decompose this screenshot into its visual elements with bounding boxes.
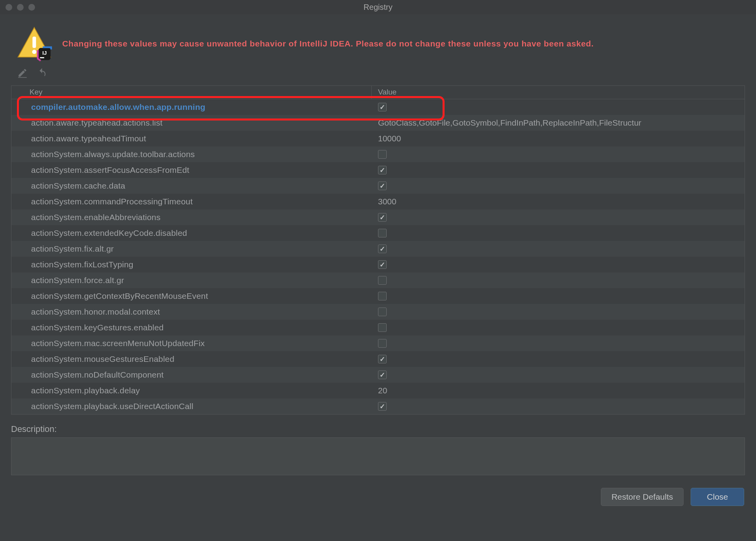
svg-point-2 — [32, 50, 37, 54]
checkbox[interactable] — [378, 276, 387, 285]
registry-key: actionSystem.getContextByRecentMouseEven… — [11, 291, 372, 301]
registry-value[interactable] — [372, 213, 745, 222]
registry-value[interactable]: GotoClass,GotoFile,GotoSymbol,FindInPath… — [372, 118, 745, 128]
restore-defaults-button[interactable]: Restore Defaults — [601, 488, 684, 506]
registry-key: actionSystem.assertFocusAccessFromEdt — [11, 165, 372, 175]
registry-value[interactable] — [372, 276, 745, 285]
table-row[interactable]: actionSystem.getContextByRecentMouseEven… — [11, 288, 745, 304]
checkbox[interactable] — [378, 229, 387, 237]
registry-key: compiler.automake.allow.when.app.running — [11, 102, 372, 112]
registry-key: actionSystem.cache.data — [11, 181, 372, 191]
dialog-footer: Restore Defaults Close — [0, 475, 756, 506]
registry-key: actionSystem.enableAbbreviations — [11, 213, 372, 222]
table-row[interactable]: actionSystem.fix.alt.gr — [11, 241, 745, 257]
minimize-window-button[interactable] — [17, 4, 24, 11]
checkbox[interactable] — [378, 103, 387, 111]
registry-key: actionSystem.mac.screenMenuNotUpdatedFix — [11, 339, 372, 348]
registry-value[interactable]: 10000 — [372, 134, 745, 143]
registry-value[interactable]: 3000 — [372, 197, 745, 206]
table-row[interactable]: actionSystem.enableAbbreviations — [11, 209, 745, 225]
table-header: Key Value — [11, 86, 745, 99]
registry-table: Key Value compiler.automake.allow.when.a… — [11, 85, 745, 415]
table-row[interactable]: actionSystem.mouseGesturesEnabled — [11, 351, 745, 367]
table-row[interactable]: actionSystem.noDefaultComponent — [11, 367, 745, 383]
table-body: compiler.automake.allow.when.app.running… — [11, 99, 745, 414]
table-row[interactable]: actionSystem.force.alt.gr — [11, 272, 745, 288]
table-row[interactable]: compiler.automake.allow.when.app.running — [11, 99, 745, 115]
registry-key: actionSystem.extendedKeyCode.disabled — [11, 228, 372, 238]
warning-icon: IJ — [17, 26, 52, 61]
checkbox[interactable] — [378, 355, 387, 363]
registry-key: actionSystem.commandProcessingTimeout — [11, 197, 372, 206]
table-row[interactable]: action.aware.typeaheadTimout10000 — [11, 131, 745, 146]
toolbar — [0, 65, 756, 85]
registry-value[interactable] — [372, 182, 745, 190]
registry-key: actionSystem.keyGestures.enabled — [11, 323, 372, 332]
registry-value[interactable] — [372, 371, 745, 379]
description-box — [11, 437, 745, 475]
warning-banner: IJ Changing these values may cause unwan… — [0, 14, 756, 65]
checkbox[interactable] — [378, 245, 387, 253]
checkbox[interactable] — [378, 166, 387, 174]
registry-value[interactable] — [372, 308, 745, 316]
table-row[interactable]: actionSystem.commandProcessingTimeout300… — [11, 194, 745, 209]
checkbox[interactable] — [378, 308, 387, 316]
table-row[interactable]: actionSystem.extendedKeyCode.disabled — [11, 225, 745, 241]
table-row[interactable]: actionSystem.playback.delay20 — [11, 383, 745, 398]
checkbox[interactable] — [378, 339, 387, 348]
registry-value[interactable] — [372, 103, 745, 111]
table-row[interactable]: actionSystem.always.update.toolbar.actio… — [11, 146, 745, 162]
edit-icon[interactable] — [17, 68, 28, 81]
warning-text: Changing these values may cause unwanted… — [62, 38, 594, 49]
table-row[interactable]: actionSystem.fixLostTyping — [11, 257, 745, 272]
svg-rect-6 — [18, 77, 27, 78]
registry-key: actionSystem.playback.delay — [11, 386, 372, 395]
registry-key: actionSystem.fixLostTyping — [11, 260, 372, 269]
registry-value[interactable] — [372, 245, 745, 253]
registry-value[interactable] — [372, 292, 745, 300]
table-row[interactable]: actionSystem.playback.useDirectActionCal… — [11, 398, 745, 414]
close-button[interactable]: Close — [691, 488, 744, 506]
registry-key: actionSystem.noDefaultComponent — [11, 370, 372, 380]
registry-key: actionSystem.always.update.toolbar.actio… — [11, 150, 372, 159]
undo-icon[interactable] — [37, 68, 47, 81]
checkbox[interactable] — [378, 213, 387, 222]
titlebar: Registry — [0, 0, 756, 14]
registry-value[interactable] — [372, 166, 745, 174]
close-window-button[interactable] — [6, 4, 12, 11]
registry-key: actionSystem.fix.alt.gr — [11, 244, 372, 254]
table-row[interactable]: actionSystem.mac.screenMenuNotUpdatedFix — [11, 335, 745, 351]
table-row[interactable]: actionSystem.keyGestures.enabled — [11, 320, 745, 335]
checkbox[interactable] — [378, 182, 387, 190]
svg-rect-1 — [33, 37, 36, 48]
window-controls — [0, 4, 35, 11]
description-label: Description: — [0, 422, 756, 437]
registry-value[interactable] — [372, 150, 745, 159]
checkbox[interactable] — [378, 292, 387, 300]
registry-value[interactable] — [372, 323, 745, 332]
table-row[interactable]: action.aware.typeahead.actions.listGotoC… — [11, 115, 745, 131]
checkbox[interactable] — [378, 402, 387, 411]
registry-key: actionSystem.playback.useDirectActionCal… — [11, 402, 372, 411]
checkbox[interactable] — [378, 150, 387, 159]
registry-value[interactable] — [372, 402, 745, 411]
table-row[interactable]: actionSystem.assertFocusAccessFromEdt — [11, 162, 745, 178]
table-row[interactable]: actionSystem.cache.data — [11, 178, 745, 194]
registry-value[interactable] — [372, 260, 745, 269]
registry-value[interactable] — [372, 339, 745, 348]
checkbox[interactable] — [378, 323, 387, 332]
registry-key: actionSystem.honor.modal.context — [11, 307, 372, 317]
checkbox[interactable] — [378, 260, 387, 269]
column-value[interactable]: Value — [372, 86, 745, 99]
svg-text:IJ: IJ — [42, 50, 46, 56]
zoom-window-button[interactable] — [28, 4, 35, 11]
registry-key: action.aware.typeaheadTimout — [11, 134, 372, 143]
registry-key: action.aware.typeahead.actions.list — [11, 118, 372, 128]
table-row[interactable]: actionSystem.honor.modal.context — [11, 304, 745, 320]
checkbox[interactable] — [378, 371, 387, 379]
column-key[interactable]: Key — [11, 86, 372, 99]
registry-value[interactable] — [372, 229, 745, 237]
registry-value[interactable] — [372, 355, 745, 363]
registry-key: actionSystem.mouseGesturesEnabled — [11, 354, 372, 364]
registry-value[interactable]: 20 — [372, 386, 745, 395]
